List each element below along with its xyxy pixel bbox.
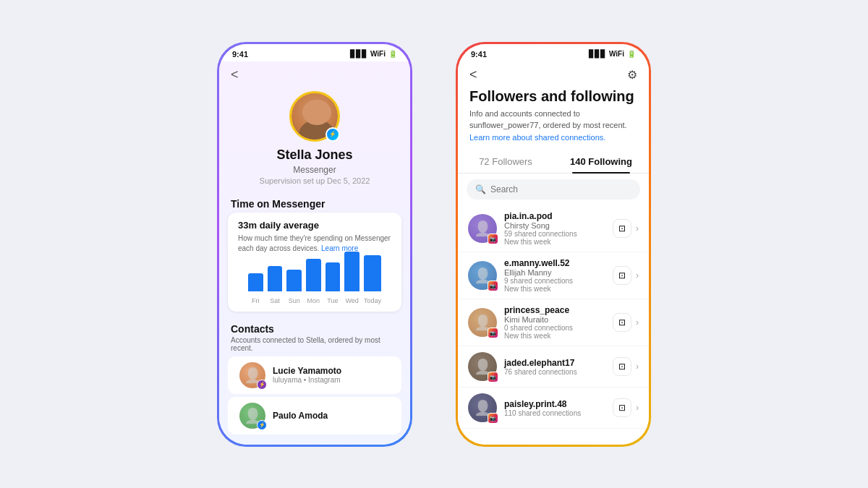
fi-name: Ellijah Manny <box>504 268 605 277</box>
following-item[interactable]: 📷 princess_peace Kimi Muraito 0 shared c… <box>458 299 649 346</box>
contact-name: Paulo Amoda <box>273 411 390 421</box>
nav-bar: < ⚙ <box>458 61 649 88</box>
bar-label: Fri <box>252 297 260 304</box>
fi-new: New this week <box>504 285 605 293</box>
contact-list: ⚡ Lucie Yamamoto luluyama • Instagram ⚡ … <box>219 356 410 435</box>
fi-chevron-icon: › <box>636 270 639 281</box>
bar-label: Tue <box>327 297 338 304</box>
fi-actions: ⊡ › <box>613 219 639 238</box>
search-icon: 🔍 <box>475 184 486 194</box>
time-left: 9:41 <box>232 50 248 59</box>
fi-avatar: 📷 <box>468 393 497 422</box>
contact-avatar: ⚡ <box>239 403 265 429</box>
bar-col: Sun <box>286 270 302 304</box>
back-button-left[interactable]: < <box>219 61 410 88</box>
fi-name: Kimi Muraito <box>504 315 605 324</box>
bar-col: Sat <box>268 266 283 304</box>
fi-info: jaded.elephant17 76 shared connections <box>504 358 605 376</box>
fi-name: Chirsty Song <box>504 221 605 230</box>
following-item[interactable]: 📷 paisley.print.48 110 shared connection… <box>458 388 649 429</box>
right-screen: < ⚙ Followers and following Info and acc… <box>458 61 649 445</box>
right-phone: 9:41 ▊▊▊ WiFi 🔋 < ⚙ Followers and follow… <box>456 42 651 447</box>
left-screen: < ⚡ Stella Jones Messenger Supervision s… <box>219 61 410 445</box>
bar <box>268 266 283 291</box>
fi-ig-badge: 📷 <box>488 372 498 382</box>
fi-ig-badge: 📷 <box>488 413 498 424</box>
bar <box>326 262 341 291</box>
gear-icon[interactable]: ⚙ <box>627 68 637 82</box>
time-section-title: Time on Messenger <box>219 192 410 213</box>
bar-label: Sun <box>289 297 300 304</box>
bar <box>286 270 302 291</box>
fi-connections: 76 shared connections <box>504 368 605 376</box>
fi-ig-icon[interactable]: ⊡ <box>613 398 631 417</box>
bar-chart: FriSatSunMonTueWedToday <box>238 254 391 304</box>
contact-badge: ⚡ <box>257 420 267 430</box>
bar-col: Wed <box>344 252 359 304</box>
following-item[interactable]: 📷 e.manny.well.52 Ellijah Manny 9 shared… <box>458 252 649 299</box>
fi-connections: 110 shared connections <box>504 409 605 417</box>
profile-name: Stella Jones <box>276 147 352 163</box>
fi-actions: ⊡ › <box>613 266 639 285</box>
messenger-badge: ⚡ <box>326 127 340 142</box>
tab-0[interactable]: 72 Followers <box>458 150 553 173</box>
fi-ig-badge: 📷 <box>488 328 498 338</box>
fi-connections: 9 shared connections <box>504 277 605 285</box>
fi-chevron-icon: › <box>636 317 639 328</box>
profile-app: Messenger <box>293 165 336 175</box>
bar-label: Today <box>364 297 381 304</box>
bar-label: Mon <box>307 297 320 304</box>
bar <box>306 259 321 291</box>
bar-col: Today <box>364 255 381 304</box>
following-item[interactable]: 📷 jaded.elephant17 76 shared connections… <box>458 346 649 388</box>
fi-ig-badge: 📷 <box>488 234 498 244</box>
fi-ig-icon[interactable]: ⊡ <box>613 219 631 238</box>
search-input[interactable] <box>490 184 631 194</box>
fi-actions: ⊡ › <box>613 398 639 417</box>
bar-col: Mon <box>306 259 321 304</box>
tab-1[interactable]: 140 Following <box>553 150 649 173</box>
ff-desc: Info and accounts connected to sunflower… <box>458 108 649 147</box>
fi-connections: 0 shared connections <box>504 324 605 332</box>
fi-avatar: 📷 <box>468 214 497 243</box>
contacts-title: Contacts <box>219 317 410 336</box>
tabs: 72 Followers140 Following <box>458 150 649 174</box>
bar-label: Wed <box>345 297 358 304</box>
fi-avatar: 📷 <box>468 308 497 337</box>
fi-ig-icon[interactable]: ⊡ <box>613 266 631 285</box>
status-icons-left: ▊▊▊ WiFi 🔋 <box>350 50 397 58</box>
fi-ig-icon[interactable]: ⊡ <box>613 357 631 376</box>
fi-connections: 59 shared connections <box>504 230 605 238</box>
profile-date: Supervision set up Dec 5, 2022 <box>260 176 370 185</box>
left-phone: 9:41 ▊▊▊ WiFi 🔋 < ⚡ Stella Jones Messeng… <box>217 42 412 447</box>
time-desc: How much time they're spending on Messen… <box>238 234 391 254</box>
back-button-right[interactable]: < <box>469 67 477 82</box>
contact-item[interactable]: ⚡ Paulo Amoda <box>228 397 401 435</box>
fi-username: pia.in.a.pod <box>504 211 605 221</box>
time-right: 9:41 <box>471 50 487 59</box>
fi-chevron-icon: › <box>636 361 639 372</box>
fi-info: pia.in.a.pod Chirsty Song 59 shared conn… <box>504 211 605 246</box>
contact-sub: luluyama • Instagram <box>273 376 390 384</box>
bar-label: Sat <box>270 297 280 304</box>
fi-actions: ⊡ › <box>613 313 639 332</box>
learn-more-connections[interactable]: Learn more about shared connections. <box>469 133 605 142</box>
fi-info: e.manny.well.52 Ellijah Manny 9 shared c… <box>504 258 605 293</box>
search-bar[interactable]: 🔍 <box>467 179 640 200</box>
contact-item[interactable]: ⚡ Lucie Yamamoto luluyama • Instagram <box>228 356 401 394</box>
ff-title: Followers and following <box>458 88 649 108</box>
time-avg: 33m daily average <box>238 220 391 231</box>
contact-info: Lucie Yamamoto luluyama • Instagram <box>273 366 390 384</box>
status-bar-right: 9:41 ▊▊▊ WiFi 🔋 <box>458 44 649 61</box>
contact-badge: ⚡ <box>257 380 267 390</box>
contact-avatar: ⚡ <box>239 362 265 388</box>
contact-name: Lucie Yamamoto <box>273 366 390 376</box>
fi-ig-badge: 📷 <box>488 281 498 291</box>
contacts-desc: Accounts connected to Stella, ordered by… <box>219 336 410 356</box>
bar <box>248 273 263 291</box>
fi-info: princess_peace Kimi Muraito 0 shared con… <box>504 305 605 340</box>
following-item[interactable]: 📷 pia.in.a.pod Chirsty Song 59 shared co… <box>458 205 649 252</box>
bar-col: Tue <box>326 262 341 304</box>
bar <box>344 252 359 291</box>
fi-ig-icon[interactable]: ⊡ <box>613 313 631 332</box>
